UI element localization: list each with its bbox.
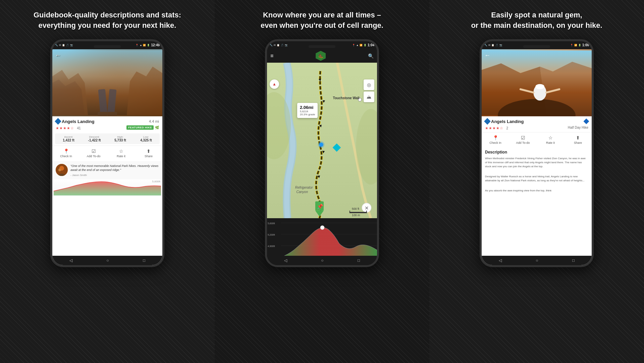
phone-2-nav: ◁ ○ □ [267, 256, 377, 265]
p3-description: Description When Methodist minister Fred… [482, 147, 592, 195]
trail-distance-1: 4.4 mi [149, 119, 159, 123]
trail-info-1: Angels Landing 4.4 mi ★★★★☆ 41 FEATURED … [52, 116, 162, 133]
stats-grid-1: Ascent: 1,422 ft Descent: -1,422 ft High… [55, 133, 160, 144]
nav-recent-3[interactable]: □ [572, 258, 575, 263]
svg-point-48 [320, 226, 324, 230]
action-bar-1: 📍 Check In ☑ Add To-do ☆ Rate it ⬆ Share [52, 145, 162, 161]
nav-home-3[interactable]: ○ [536, 258, 538, 263]
map-tooltip: 2.06mi 5,621ft 20.3% grade [297, 103, 318, 118]
map-search-icon[interactable]: 🔍 [368, 53, 374, 59]
trail-stars-1: ★★★★☆ [56, 126, 74, 130]
svg-text:▼: ▼ [321, 99, 326, 104]
p3-rating-count: 2 [506, 126, 508, 130]
p3-hike-type: Half Day Hike [568, 126, 588, 129]
p3-rating-row: ★★★★☆ 2 Half Day Hike [485, 125, 588, 131]
nav-back-3[interactable]: ◁ [499, 258, 502, 263]
nav-back-2[interactable]: ◁ [284, 258, 287, 263]
svg-text:▼: ▼ [321, 149, 326, 155]
phone-3-screen: ← Angels Landing [482, 49, 592, 265]
svg-text:Canyon: Canyon [297, 190, 308, 193]
todo-btn-3[interactable]: ☑ Add To-do [509, 134, 537, 146]
panel-2: Know where you are at all times – even w… [215, 0, 429, 363]
share-icon-3: ⬆ [576, 135, 580, 140]
phone-2-frame: 🔧 ✉ 📋 🎵 📷 📍 ▲ 📶 🔋 1:04 ≡ [265, 39, 379, 267]
action-bar-3: 📍 Check In ☑ Add To-do ☆ Rate it ⬆ Share [482, 132, 592, 147]
svg-point-21 [318, 141, 324, 148]
rateit-btn-3[interactable]: ☆ Rate it [537, 134, 564, 146]
svg-rect-6 [98, 112, 107, 116]
trail-name-1: Angels Landing [56, 119, 95, 124]
p3-desc-text-2: Designed by Walter Ruesch as a horse and… [485, 175, 588, 183]
nav-back-1[interactable]: ◁ [69, 258, 72, 263]
nav-recent-1[interactable]: □ [143, 258, 145, 263]
svg-text:Touchstone Wall: Touchstone Wall [333, 96, 360, 100]
status-right-icons-3: 📍 📶 🔋 1:00 [570, 43, 589, 47]
compass-rose: ▲ [270, 79, 279, 89]
p3-diamond-icon [484, 118, 491, 125]
reviewer-row: "One of the most memorable National Park… [56, 164, 159, 177]
p3-stars: ★★★★☆ [485, 126, 503, 130]
trail-name-row: Angels Landing 4.4 mi [56, 119, 159, 124]
todo-icon-1: ☑ [92, 148, 96, 154]
panel-3-tagline: Easily spot a natural gem, or the main d… [471, 10, 602, 31]
hamburger-icon[interactable]: ≡ [270, 53, 273, 59]
stat-high: High: 5,733 ft [108, 135, 132, 142]
checkin-btn-3[interactable]: 📍 Check In [482, 134, 509, 146]
share-btn-1[interactable]: ⬆ Share [135, 147, 162, 159]
phone-3-nav: ◁ ○ □ [482, 256, 592, 265]
trail-hero-image-3: ← [482, 49, 592, 116]
review-quote-1: "One of the most memorable National Park… [70, 164, 159, 172]
back-arrow-3[interactable]: ← [484, 52, 490, 59]
p3-trail-name: Angels Landing [485, 119, 524, 124]
svg-text:100 m: 100 m [352, 213, 360, 217]
phone-2-status-bar: 🔧 ✉ 📋 🎵 📷 📍 ▲ 📶 🔋 1:04 [267, 41, 377, 49]
back-arrow-1[interactable]: ← [55, 52, 61, 59]
phone-1-time: 12:49 [151, 43, 160, 47]
tooltip-grade: 20.3% grade [300, 113, 315, 116]
trail-info-3: Angels Landing ★★★★☆ 2 Half Day Hike [482, 116, 592, 132]
phone-3-time: 1:00 [582, 43, 589, 47]
checkin-icon-3: 📍 [493, 135, 498, 140]
phone-2-screen: ≡ 🥾 🔍 [267, 49, 377, 265]
todo-btn-1[interactable]: ☑ Add To-do [80, 147, 107, 159]
trail-rating-row: ★★★★☆ 41 FEATURED HIKE 🌿 [56, 125, 159, 131]
trail-hero-image-1: ← [52, 49, 162, 116]
rateit-btn-1[interactable]: ☆ Rate it [107, 147, 135, 159]
checkin-btn-1[interactable]: 📍 Check In [52, 147, 80, 159]
phone-1-screen: ← Angels Landing 4.4 mi ★★★★☆ 4 [52, 49, 162, 265]
svg-text:▼: ▼ [318, 77, 323, 82]
phone-1-nav: ◁ ○ □ [52, 256, 162, 265]
nav-home-1[interactable]: ○ [106, 258, 109, 263]
tooltip-elevation: 5,621ft [300, 110, 315, 113]
location-btn[interactable]: ◎ [364, 79, 374, 90]
map-logo-hex: 🥾 [316, 51, 326, 61]
phone-1-status-bar: 🔧 ✉ 📋 🎵 📷 📍 ▲ 📶 🔋 12:49 [52, 41, 162, 49]
svg-text:4,900ft: 4,900ft [268, 245, 275, 247]
svg-text:5,200ft: 5,200ft [268, 234, 275, 236]
svg-rect-7 [107, 112, 117, 116]
tooltip-distance: 2.06mi [300, 105, 315, 110]
svg-text:📌: 📌 [317, 203, 323, 209]
phone-3-status-bar: 🔧 ✉ 📋 🎵 📷 📍 📶 🔋 1:00 [482, 41, 592, 49]
status-right-icons: 📍 ▲ 📶 🔋 12:49 [136, 43, 160, 47]
main-container: Guidebook-quality descriptions and stats… [0, 0, 644, 363]
phone-2-time: 1:04 [368, 43, 374, 47]
status-left-icons: 🔧 ✉ 📋 🎵 📷 [55, 44, 73, 47]
svg-text:Refrigerator: Refrigerator [295, 186, 313, 189]
star-icon-3: ☆ [548, 135, 553, 140]
todo-icon-3: ☑ [521, 135, 525, 140]
svg-text:✕: ✕ [365, 205, 369, 211]
p3-trail-name-row: Angels Landing [485, 119, 588, 124]
status-left-icons-2: 🔧 ✉ 📋 🎵 📷 [270, 44, 288, 47]
layers-btn[interactable]: ⛰ [364, 92, 374, 102]
nav-recent-2[interactable]: □ [358, 258, 360, 263]
trail-diamond-icon [55, 118, 61, 125]
map-controls: ◎ ⛰ [364, 79, 374, 102]
phone-3-frame: 🔧 ✉ 📋 🎵 📷 📍 📶 🔋 1:00 [480, 39, 594, 267]
p3-desc-text-3: As you absorb the awe-inspiring view fro… [485, 189, 588, 193]
share-btn-3[interactable]: ⬆ Share [564, 134, 592, 146]
nav-home-2[interactable]: ○ [321, 258, 323, 263]
elevation-label-1: 5,600ft [152, 180, 160, 183]
svg-rect-60 [537, 86, 543, 88]
elevation-preview-1: 5,600ft [52, 179, 162, 196]
